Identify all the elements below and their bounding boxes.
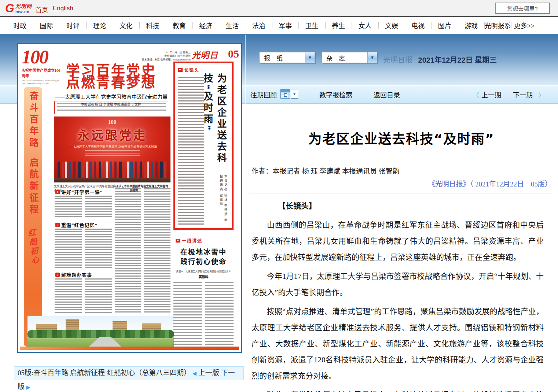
masthead-info: 2021年12月22日 星期三 责任编辑：刘小兵 廖慧 美术编辑：朱江 电子邮箱…	[141, 51, 191, 62]
section-1-badge: 1	[55, 190, 60, 194]
prev-page-arrow-icon[interactable]: ◀	[192, 371, 197, 376]
article-paragraph: 山西西侧的吕梁山，在革命战争时期是红军东征主战场、晋绥边区首府和中央后委机关所在…	[252, 217, 544, 265]
nav-item[interactable]: 更多>>	[511, 21, 537, 30]
people-row	[58, 162, 167, 178]
search-input[interactable]	[495, 3, 550, 14]
section-3-heading: 3 解难题办实事	[55, 271, 92, 278]
anniversary-100: 100	[22, 48, 63, 67]
prev-page-link[interactable]: 上一版	[198, 369, 219, 377]
section-1-heading: 1 讲好“开学第一课”	[55, 188, 103, 195]
calendar-icon[interactable]	[280, 89, 290, 99]
next-chevron-icon[interactable]: 〉	[538, 90, 545, 99]
issue-paper-name: 光明日报	[383, 56, 412, 64]
frontline-tag: 一线讲述	[182, 237, 202, 244]
ribbon-text-3: 红船初心	[25, 228, 41, 266]
chevron-down-icon[interactable]: ▼	[305, 52, 315, 63]
campus-photo	[27, 316, 174, 347]
anniversary-ribbon: 奋斗百年路 启航新征程 红船初心	[24, 87, 42, 347]
masthead-page-number: 05	[228, 48, 239, 59]
past-issues-link[interactable]: 往期回顾	[250, 90, 277, 99]
vertical-article-byline: 本报记者 杨珏 李建斌 本报通讯员 张智韵	[201, 167, 228, 223]
back-to-contents-link[interactable]: 返回目录	[374, 90, 400, 99]
frontline-title-1: 在极地冰雪中	[172, 248, 235, 257]
photo-100-emblem: 100	[54, 119, 170, 125]
home-link[interactable]: 首页	[36, 5, 48, 14]
newspaper-headline: 学习百年党史 点燃青春梦想 ——太原理工大学在党史学习教育中汲取奋进力量 本报记…	[54, 64, 168, 107]
stage-photo: 100 永远跟党走 ——太原理工大学庆祝中国共产党成立100周年红色经典诵读艺术…	[54, 117, 170, 182]
nav-item[interactable]: 文娱	[378, 21, 405, 30]
photo-banner-title: 永远跟党走	[54, 126, 170, 143]
nav-item[interactable]: 女人	[352, 21, 378, 30]
digital-search-link[interactable]: 数字报检索	[319, 90, 352, 99]
trees	[27, 330, 174, 338]
paper-select[interactable]: 报 纸 ▼	[259, 52, 315, 63]
headline-subtitle: ——太原理工大学在党史学习教育中汲取奋进力量	[54, 93, 168, 100]
prev-issue-link[interactable]: 上一期	[481, 90, 501, 99]
nav-item[interactable]: 时政	[7, 21, 33, 30]
prev-chevron-icon[interactable]: 〈	[473, 90, 479, 99]
article-paragraph: 矿业工程学院教师白锦文是吕梁人，在科技特派员报名时，他毅然选择回家乡柳林县。白锦…	[252, 387, 544, 392]
band-divider	[245, 35, 246, 104]
newspaper-page: 奋斗百年路 启航新征程 红船初心 100 庆祝中国共产党成立100周年 The …	[20, 46, 239, 350]
nav-item[interactable]: 游戏	[458, 21, 484, 30]
section-2-heading: 2 重温“红色记忆”	[55, 221, 98, 228]
next-page-arrow-icon[interactable]: ▶	[26, 385, 30, 390]
nav-item[interactable]: 理论	[86, 21, 113, 30]
magazine-select[interactable]: 杂 志 ▼	[322, 52, 377, 63]
next-issue-link[interactable]: 下一期	[513, 90, 533, 99]
frontline-speaker-name: 窦银科	[172, 274, 235, 279]
nav-item[interactable]: 生活	[219, 21, 245, 30]
main-nav: 时政国际时评理论文化科技教育经济生活法治军事卫生养生女人文娱电视图片游戏光明报系…	[0, 17, 558, 34]
gmw-logo[interactable]: G 光明网 mw.cn	[5, 2, 32, 14]
vertical-article-title: 为老区企业送去科技“及时雨”	[201, 73, 228, 165]
logo-domain-text: mw.cn	[15, 10, 32, 14]
nav-item[interactable]: 军事	[272, 21, 298, 30]
page-title: 为老区企业送去科技“及时雨”	[249, 128, 554, 147]
masthead-editor: 责任编辑：刘小兵 廖慧	[141, 54, 191, 58]
nav-item[interactable]: 电视	[405, 21, 431, 30]
article-paragraph: 按照“点对点推进、清单式管理”的工作思路，聚焦吕梁市鼓励发展的战略性产业，太原理…	[252, 303, 544, 384]
photo-credit-lines	[85, 150, 140, 158]
magazine-select-value: 杂 志	[322, 52, 367, 63]
nav-item[interactable]: 养生	[325, 21, 352, 30]
nav-item[interactable]: 图片	[432, 21, 458, 30]
newspaper-preview[interactable]: 奋斗百年路 启航新征程 红船初心 100 庆祝中国共产党成立100周年 The …	[17, 43, 242, 353]
nav-item[interactable]: 文化	[113, 21, 139, 30]
author-line: 作者：本报记者 杨 珏 李建斌 本报通讯员 张智韵	[252, 166, 400, 175]
section-3-badge: 3	[55, 273, 60, 277]
english-link[interactable]: English	[53, 5, 73, 12]
photo-banner-subtitle: ——太原理工大学庆祝中国共产党成立100周年红色经典诵读艺术展演	[54, 144, 170, 148]
frontline-title-2: 践行初心使命	[172, 257, 235, 267]
ribbon-text-2: 启航新征程	[26, 158, 40, 216]
column-tag: 长镜头	[184, 67, 199, 73]
nav-item[interactable]: 科技	[139, 21, 166, 30]
issue-info: 光明日报 2021年12月22日 星期三	[383, 54, 497, 65]
nav-item[interactable]: 法治	[246, 21, 272, 30]
nav-item[interactable]: 光明报系	[484, 21, 511, 30]
chevron-down-icon[interactable]: ▼	[367, 52, 377, 63]
nav-item[interactable]: 时评	[60, 21, 86, 30]
frontline-column: 一线讲述 在极地冰雪中 践行初心使命 讲述人：太原理工大学极地工程与装备研究院负…	[172, 234, 235, 347]
frontline-speaker: 讲述人：太原理工大学极地工程与装备研究院负责人	[172, 269, 235, 273]
flag-icon	[176, 239, 180, 243]
paper-select-value: 报 纸	[260, 52, 305, 63]
site-header: G 光明网 mw.cn 首页 English	[0, 0, 558, 17]
pager-label: 05版:奋斗百年路 启航新征程·红船初心（总第八三四期）	[18, 369, 191, 377]
column-label: 【长镜头】	[252, 198, 544, 214]
article-body: 【长镜头】 山西西侧的吕梁山，在革命战争时期是红军东征主战场、晋绥边区首府和中央…	[252, 198, 544, 392]
ribbon-text-1: 奋斗百年路	[26, 91, 40, 149]
masthead-art-editor: 美术编辑：朱江 电子邮箱：hxx@gmdaily.cn	[141, 58, 191, 62]
masthead-date: 2021年12月22日 星期三	[141, 51, 191, 54]
stage-floor	[54, 178, 170, 182]
headline-line-2: 点燃青春梦想	[54, 77, 168, 89]
source-line: 《光明日报》（ 2021年12月22日 05版）	[249, 178, 552, 188]
divider	[249, 193, 553, 193]
nav-item[interactable]: 国际	[33, 21, 59, 30]
nav-item[interactable]: 教育	[166, 21, 192, 30]
issue-date: 2021年12月22日 星期三	[418, 56, 497, 64]
calendar-dropdown-icon[interactable]: ▼	[291, 89, 298, 99]
nav-item[interactable]: 卫生	[298, 21, 325, 30]
highlighted-article-region[interactable]: 长镜头 为老区企业送去科技“及时雨” 本报记者 杨珏 李建斌 本报通讯员 张智韵	[173, 62, 234, 230]
nav-item[interactable]: 经济	[192, 21, 219, 30]
logo-cn-text: 光明网	[15, 2, 32, 10]
